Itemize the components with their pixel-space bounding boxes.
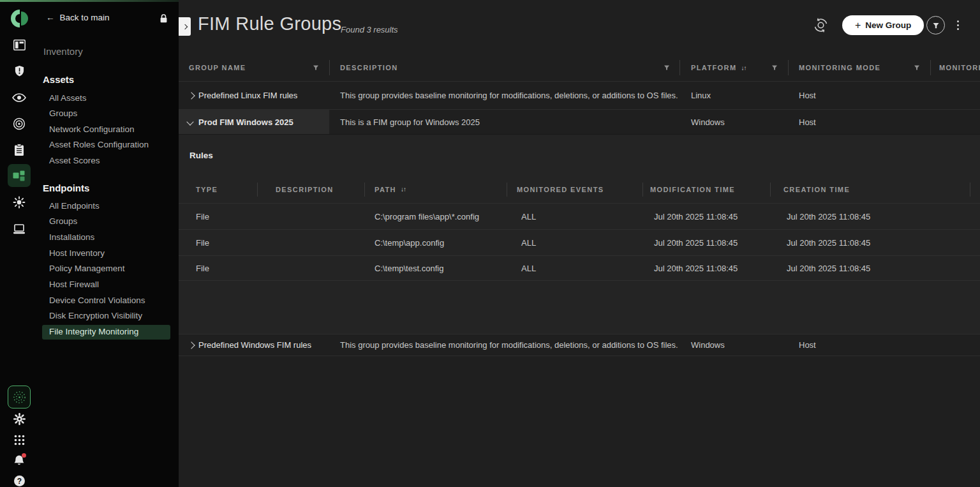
sidebar-item-host-firewall[interactable]: Host Firewall: [49, 278, 99, 292]
sidebar-item-installations[interactable]: Installations: [49, 230, 94, 244]
monitoring-mode-cell: Host: [799, 334, 816, 356]
rule-row[interactable]: File C:\temp\app.config ALL Jul 20th 202…: [179, 229, 980, 255]
asset-groups-icon-selected[interactable]: [8, 164, 31, 187]
rules-column-path[interactable]: PATH ↓↑: [375, 176, 406, 203]
rule-modified-cell: Jul 20th 2025 11:08:45: [654, 204, 738, 229]
platform-header-label: PLATFORM: [691, 64, 737, 71]
filter-icon[interactable]: [664, 64, 670, 71]
column-header-monitored-clipped[interactable]: MONITORI: [939, 54, 980, 81]
rules-column-monitored-events[interactable]: MONITORED EVENTS: [517, 176, 604, 203]
platform-cell: Windows: [691, 110, 725, 134]
back-to-main-label: Back to main: [60, 13, 110, 22]
main-content: FIM Rule Groups Found 3 results + New Gr…: [179, 0, 980, 487]
sidebar-accent-strip: [0, 0, 179, 2]
app-grid-icon[interactable]: [12, 433, 26, 447]
group-row-prod-fim-windows-expanded[interactable]: Prod FIM Windows 2025 This is a FIM grou…: [179, 109, 980, 135]
sidebar-item-device-control-violations[interactable]: Device Control Violations: [49, 294, 145, 308]
path-header-label: PATH: [375, 186, 396, 193]
sidebar-collapse-handle[interactable]: [179, 17, 191, 36]
sidebar-item-network-configuration[interactable]: Network Configuration: [49, 123, 135, 137]
gear-icon[interactable]: [12, 412, 26, 426]
column-header-platform[interactable]: PLATFORM ↓↑: [691, 54, 746, 81]
rule-type-cell: File: [196, 204, 209, 229]
help-icon[interactable]: ?: [14, 476, 25, 486]
filter-icon[interactable]: [914, 64, 920, 71]
column-divider: [642, 183, 643, 197]
rules-header-row: TYPE DESCRIPTION PATH ↓↑ MONITORED EVENT…: [179, 176, 980, 203]
back-arrow-icon: ←: [46, 13, 55, 22]
kebab-menu-icon[interactable]: [954, 19, 961, 31]
back-to-main-link[interactable]: ← Back to main: [46, 13, 110, 22]
column-divider: [970, 183, 970, 197]
chevron-right-icon[interactable]: [189, 82, 194, 109]
rules-title: Rules: [189, 151, 213, 160]
rule-path-cell: C:\temp\app.config: [375, 230, 444, 255]
group-name-cell: Prod FIM Windows 2025: [198, 110, 293, 134]
clipboard-icon[interactable]: [12, 143, 26, 157]
chevron-right-icon[interactable]: [189, 334, 194, 356]
group-row-predefined-linux[interactable]: Predefined Linux FIM rules This group pr…: [179, 81, 980, 109]
rules-column-type[interactable]: TYPE: [196, 176, 218, 203]
new-group-label: New Group: [865, 20, 911, 30]
rule-type-cell: File: [196, 230, 209, 255]
sidebar-item-all-endpoints[interactable]: All Endpoints: [49, 199, 100, 213]
sidebar-item-asset-scores[interactable]: Asset Scores: [49, 154, 100, 168]
auto-refresh-icon[interactable]: [813, 17, 829, 36]
sidebar-item-endpoint-groups[interactable]: Groups: [49, 214, 77, 229]
group-row-predefined-windows[interactable]: Predefined Windows FIM rules This group …: [179, 334, 980, 356]
ai-assistant-icon[interactable]: [8, 386, 31, 408]
column-header-group-name[interactable]: GROUP NAME: [189, 54, 246, 81]
rule-path-cell: C:\temp\test.config: [375, 256, 443, 280]
monitoring-mode-cell: Host: [799, 110, 816, 134]
brand-logo-icon[interactable]: [9, 8, 31, 29]
eye-icon[interactable]: [12, 91, 26, 105]
sidebar-item-all-assets[interactable]: All Assets: [49, 91, 87, 105]
sidebar: ← Back to main: [0, 0, 179, 487]
column-divider: [788, 60, 789, 75]
sidebar-item-file-integrity-monitoring[interactable]: File Integrity Monitoring: [42, 325, 170, 340]
rule-row[interactable]: File C:\program files\app\*.config ALL J…: [179, 203, 980, 229]
chevron-right-icon: [182, 24, 187, 29]
rules-column-modification-time[interactable]: MODIFICATION TIME: [650, 176, 735, 203]
shield-alert-icon[interactable]: [12, 64, 26, 78]
column-header-description[interactable]: DESCRIPTION: [340, 54, 398, 81]
dashboard-icon[interactable]: [12, 38, 26, 52]
rules-column-description[interactable]: DESCRIPTION: [276, 176, 334, 203]
help-glyph: ?: [17, 477, 22, 486]
sort-icon: ↓↑: [741, 64, 746, 71]
platform-cell: Windows: [691, 334, 725, 356]
target-icon[interactable]: [12, 117, 26, 131]
column-divider: [257, 183, 258, 197]
column-divider: [507, 183, 507, 197]
context-label: Inventory: [43, 46, 83, 57]
sidebar-item-disk-encryption-visibility[interactable]: Disk Encryption Visibility: [49, 309, 142, 323]
rule-path-cell: C:\program files\app\*.config: [375, 204, 479, 229]
laptop-icon[interactable]: [12, 222, 26, 236]
app-window: ← Back to main: [0, 0, 980, 487]
filter-button[interactable]: [926, 16, 945, 34]
description-cell: This group provides baseline monitoring …: [340, 82, 678, 109]
rule-modified-cell: Jul 20th 2025 11:08:45: [654, 256, 738, 280]
rules-column-creation-time[interactable]: CREATION TIME: [783, 176, 850, 203]
filter-icon[interactable]: [313, 64, 319, 71]
filter-icon[interactable]: [771, 64, 778, 71]
sidebar-item-host-inventory[interactable]: Host Inventory: [49, 246, 105, 260]
lock-icon[interactable]: [159, 13, 168, 24]
column-divider: [770, 183, 771, 197]
sidebar-item-asset-roles-configuration[interactable]: Asset Roles Configuration: [49, 138, 149, 152]
column-divider: [679, 60, 680, 75]
bug-icon[interactable]: [12, 195, 26, 209]
column-header-monitoring-mode[interactable]: MONITORING MODE: [799, 54, 880, 81]
rule-created-cell: Jul 20th 2025 11:08:45: [787, 256, 870, 280]
platform-cell: Linux: [691, 82, 711, 109]
new-group-button[interactable]: + New Group: [842, 15, 924, 35]
section-title-assets: Assets: [43, 74, 74, 85]
sidebar-item-policy-management[interactable]: Policy Management: [49, 262, 125, 276]
column-divider: [930, 60, 931, 75]
rule-row[interactable]: File C:\temp\test.config ALL Jul 20th 20…: [179, 255, 980, 281]
sort-icon: ↓↑: [401, 186, 406, 193]
section-title-endpoints: Endpoints: [43, 183, 89, 193]
monitoring-mode-cell: Host: [799, 82, 816, 109]
sidebar-item-asset-groups[interactable]: Groups: [49, 107, 77, 121]
chevron-down-icon[interactable]: [188, 110, 193, 134]
